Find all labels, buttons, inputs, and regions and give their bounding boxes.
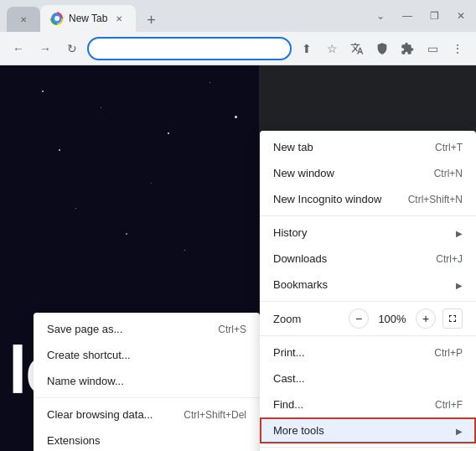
- toolbar-icons: ⬆ ☆ ▭ ⋮: [295, 37, 469, 60]
- new-tab-item[interactable]: New tab Ctrl+T: [260, 134, 476, 160]
- divider-m3: [260, 335, 476, 336]
- create-shortcut-label: Create shortcut...: [47, 349, 246, 361]
- history-label: History: [273, 226, 456, 239]
- zoom-buttons: − 100% +: [349, 308, 463, 329]
- history-arrow: [456, 226, 463, 239]
- clear-browsing-label: Clear browsing data...: [47, 408, 170, 421]
- divider-1: [34, 397, 260, 398]
- context-menu-left: Save page as... Ctrl+S Create shortcut..…: [34, 313, 260, 451]
- name-window-label: Name window...: [47, 375, 246, 387]
- new-window-shortcut: Ctrl+N: [434, 168, 463, 179]
- save-page-item[interactable]: Save page as... Ctrl+S: [34, 316, 260, 342]
- more-tools-arrow: [456, 424, 463, 437]
- tab-inactive[interactable]: ✕: [7, 7, 40, 32]
- new-incognito-shortcut: Ctrl+Shift+N: [408, 194, 463, 205]
- create-shortcut-item[interactable]: Create shortcut...: [34, 342, 260, 368]
- new-incognito-item[interactable]: New Incognito window Ctrl+Shift+N: [260, 186, 476, 212]
- bookmarks-label: Bookmarks: [273, 278, 456, 291]
- new-window-label: New window: [273, 167, 421, 179]
- window-controls: ⌄ — ❐ ✕: [372, 8, 469, 24]
- bookmarks-arrow: [456, 278, 463, 291]
- bookmark-button[interactable]: ☆: [320, 37, 344, 60]
- cast-label: Cast...: [273, 372, 463, 385]
- address-bar[interactable]: [87, 37, 292, 60]
- close-button[interactable]: ✕: [453, 8, 469, 24]
- name-window-item[interactable]: Name window...: [34, 368, 260, 394]
- cast-item[interactable]: Cast...: [260, 365, 476, 391]
- reload-button[interactable]: ↻: [60, 37, 84, 60]
- maximize-button[interactable]: ❐: [426, 8, 442, 24]
- zoom-label: Zoom: [273, 313, 301, 325]
- chrome-menu: New tab Ctrl+T New window Ctrl+N New Inc…: [260, 131, 476, 451]
- back-button[interactable]: ←: [7, 37, 30, 60]
- clear-browsing-item[interactable]: Clear browsing data... Ctrl+Shift+Del: [34, 402, 260, 428]
- downloads-item[interactable]: Downloads Ctrl+J: [260, 246, 476, 272]
- extensions-item[interactable]: Extensions: [34, 428, 260, 451]
- extensions-label: Extensions: [47, 434, 246, 447]
- zoom-control: Zoom − 100% +: [260, 305, 476, 332]
- new-incognito-label: New Incognito window: [273, 193, 395, 205]
- minimize-button[interactable]: —: [399, 8, 416, 24]
- zoom-plus-button[interactable]: +: [416, 308, 436, 329]
- find-shortcut: Ctrl+F: [435, 399, 463, 411]
- print-shortcut: Ctrl+P: [434, 347, 463, 359]
- downloads-shortcut: Ctrl+J: [436, 253, 463, 265]
- svg-point-1: [54, 16, 60, 21]
- tab-search-button[interactable]: ⌄: [372, 8, 389, 24]
- share-button[interactable]: ⬆: [295, 37, 318, 60]
- forward-button[interactable]: →: [34, 37, 57, 60]
- print-label: Print...: [273, 346, 421, 359]
- divider-m4: [260, 447, 476, 448]
- new-window-item[interactable]: New window Ctrl+N: [260, 160, 476, 186]
- zoom-minus-button[interactable]: −: [349, 308, 369, 329]
- find-label: Find...: [273, 398, 422, 411]
- title-bar: ✕ New Tab ✕ + ⌄ — ❐ ✕: [0, 0, 476, 32]
- history-item[interactable]: History: [260, 220, 476, 246]
- zoom-fullscreen-button[interactable]: [442, 308, 463, 329]
- toolbar: ← → ↻ ⬆ ☆ ▭ ⋮: [0, 32, 476, 65]
- menu-button[interactable]: ⋮: [446, 37, 469, 60]
- downloads-label: Downloads: [273, 252, 422, 265]
- tab-active[interactable]: New Tab ✕: [40, 5, 136, 32]
- divider-m1: [260, 215, 476, 216]
- more-tools-item[interactable]: More tools: [260, 417, 476, 443]
- extensions-button[interactable]: [396, 37, 419, 60]
- shield-button[interactable]: [370, 37, 394, 60]
- translate-button[interactable]: [345, 37, 369, 60]
- save-page-shortcut: Ctrl+S: [218, 324, 246, 335]
- tab-strip: ✕ New Tab ✕ +: [7, 0, 163, 32]
- more-tools-label: More tools: [273, 424, 456, 437]
- clear-browsing-shortcut: Ctrl+Shift+Del: [184, 409, 246, 421]
- new-tab-button[interactable]: +: [139, 8, 163, 32]
- save-page-label: Save page as...: [47, 323, 204, 335]
- find-item[interactable]: Find... Ctrl+F: [260, 391, 476, 417]
- sidebar-button[interactable]: ▭: [421, 37, 444, 60]
- zoom-value: 100%: [375, 313, 409, 325]
- tab-favicon: [50, 12, 64, 25]
- new-tab-label: New tab: [273, 141, 422, 153]
- tab-close-inactive[interactable]: ✕: [17, 13, 30, 26]
- tab-close-active[interactable]: ✕: [112, 12, 126, 25]
- bookmarks-item[interactable]: Bookmarks: [260, 272, 476, 298]
- new-tab-shortcut: Ctrl+T: [435, 142, 463, 153]
- print-item[interactable]: Print... Ctrl+P: [260, 340, 476, 365]
- divider-m2: [260, 301, 476, 302]
- tab-title: New Tab: [69, 13, 107, 24]
